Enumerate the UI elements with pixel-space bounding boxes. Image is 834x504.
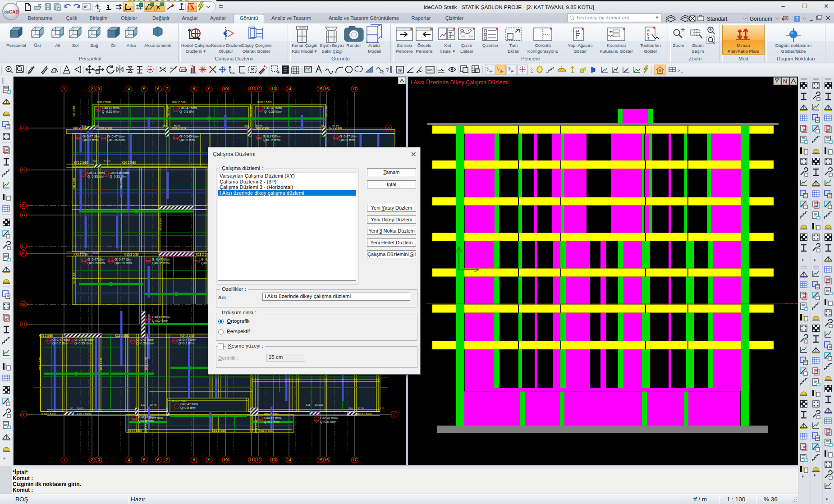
svg-text:G=0.47 tf/m²: G=0.47 tf/m²: [264, 417, 282, 420]
svg-text:K15 2 5/80: K15 2 5/80: [124, 253, 139, 256]
svg-text:3: 3: [508, 67, 510, 70]
svg-text:12: 12: [190, 65, 193, 68]
svg-text:5: 5: [143, 458, 145, 462]
svg-text:D: D: [22, 213, 25, 217]
svg-text:G=0.47 tf/m²: G=0.47 tf/m²: [87, 171, 105, 174]
svg-text:6: 6: [157, 458, 159, 462]
svg-text:D12: D12: [82, 260, 86, 262]
svg-text:D12: D12: [314, 418, 319, 421]
svg-text:Q=0.5 tf/m²: Q=0.5 tf/m²: [180, 406, 197, 410]
svg-text:D12: D12: [101, 137, 106, 139]
svg-text:11: 11: [249, 87, 253, 91]
svg-text:C: C: [22, 203, 25, 208]
svg-text:K79 2 5/80: K79 2 5/80: [77, 412, 91, 416]
svg-text:K78 2 5/80: K78 2 5/80: [41, 412, 56, 416]
svg-text:S15: S15: [306, 403, 311, 406]
svg-text:70.70: 70.70: [256, 125, 263, 128]
svg-text:D12: D12: [258, 418, 262, 421]
svg-text:N: N: [783, 78, 787, 85]
svg-text:G: G: [22, 302, 25, 307]
svg-text:G=0.47 tf/m²: G=0.47 tf/m²: [263, 135, 281, 138]
svg-text:3: 3: [97, 458, 100, 462]
svg-text:K92 2 5/91: K92 2 5/91: [145, 419, 147, 433]
svg-text:D12: D12: [334, 137, 338, 139]
svg-text:I: I: [23, 412, 24, 417]
svg-text:G=0.47 tf/m²: G=0.47 tf/m²: [52, 338, 70, 341]
svg-text:6: 6: [157, 87, 159, 91]
svg-text:S05: S05: [92, 160, 97, 163]
svg-text:G=0.47 tf/m²: G=0.47 tf/m²: [87, 258, 105, 261]
svg-text:S13: S13: [141, 403, 146, 406]
svg-text:K88 2 5/80: K88 2 5/80: [97, 101, 111, 104]
svg-text:G=0.47 tf/m²: G=0.47 tf/m²: [152, 258, 170, 261]
svg-text:4: 4: [128, 458, 130, 462]
svg-text:T: T: [647, 36, 650, 41]
svg-text:70.70: 70.70: [174, 125, 181, 128]
svg-text:Q=0.5 tf/m²: Q=0.5 tf/m²: [320, 420, 336, 424]
svg-text:F: F: [22, 251, 25, 256]
svg-text:A: A: [22, 126, 25, 130]
svg-text:G=0.47 tf/m²: G=0.47 tf/m²: [107, 135, 125, 138]
svg-text:Q=0.5 tf/m²: Q=0.5 tf/m²: [264, 420, 280, 424]
svg-text:20.70: 20.70: [357, 407, 364, 410]
svg-text:K85 2 5/80: K85 2 5/80: [212, 429, 226, 432]
svg-text:Q=0.35 tf/m²: Q=0.35 tf/m²: [107, 138, 125, 142]
svg-text:8: 8: [192, 87, 195, 91]
svg-text:75.00: 75.00: [104, 160, 111, 163]
svg-text:Q=0.35 tf/m²: Q=0.35 tf/m²: [115, 261, 133, 265]
svg-text:L: L: [497, 67, 499, 70]
svg-text:S10: S10: [80, 252, 85, 254]
svg-text:K24 2 5/80: K24 2 5/80: [180, 334, 195, 337]
svg-text:Q=0.2 tf/m²: Q=0.2 tf/m²: [179, 342, 195, 345]
svg-text:7: 7: [165, 458, 168, 462]
svg-text:70.00: 70.00: [77, 407, 84, 410]
svg-text:K92 2 5/8: K92 2 5/8: [166, 105, 169, 117]
svg-text:G=0.545 tf/m²: G=0.545 tf/m²: [179, 135, 199, 138]
svg-text:K05 2 5/8: K05 2 5/8: [99, 126, 112, 129]
svg-text:G=0.47 tf/m²: G=0.47 tf/m²: [339, 135, 357, 138]
svg-text:Q=0.35 tf/m²: Q=0.35 tf/m²: [74, 342, 92, 345]
svg-text:G=0.545 tf/m²: G=0.545 tf/m²: [74, 338, 94, 341]
svg-text:?: ?: [386, 67, 389, 73]
svg-text:K87 2 5/80: K87 2 5/80: [172, 101, 187, 104]
svg-text:K93 2 5/8: K93 2 5/8: [249, 105, 252, 117]
svg-text:D12: D12: [130, 340, 135, 343]
svg-text:K04 2 5/8: K04 2 5/8: [325, 105, 328, 117]
svg-text:17: 17: [352, 87, 357, 91]
svg-text:G=0.47 tf/m²: G=0.47 tf/m²: [152, 316, 170, 319]
svg-text:G=0.47 tf/m²: G=0.47 tf/m²: [180, 403, 198, 406]
svg-text:S02: S02: [162, 125, 167, 128]
svg-text:20.70: 20.70: [150, 403, 157, 406]
svg-text:S17: S17: [380, 407, 385, 410]
svg-text:K91 2 5/8: K91 2 5/8: [100, 358, 102, 370]
svg-text:D12: D12: [258, 108, 263, 111]
svg-text:K91 2 5/8: K91 2 5/8: [73, 178, 75, 189]
svg-text:Q=0.35 tf/m²: Q=0.35 tf/m²: [87, 175, 105, 179]
svg-text:S01: S01: [81, 125, 86, 128]
svg-text:13: 13: [271, 87, 276, 91]
svg-text:2: 2: [91, 458, 93, 462]
svg-text:17: 17: [352, 458, 357, 462]
svg-text:Q=0.35 tf/m²: Q=0.35 tf/m²: [263, 138, 281, 142]
svg-text:D12: D12: [96, 108, 101, 111]
svg-text:K87 2 5/91: K87 2 5/91: [38, 356, 41, 370]
svg-text:I Aksı Üzerinde Dikey Çalışma: I Aksı Üzerinde Dikey Çalışma Düzlemi: [411, 79, 509, 86]
svg-text:3: 3: [97, 87, 100, 91]
svg-text:4: 4: [128, 87, 130, 91]
svg-text:K93 2 5/91: K93 2 5/91: [255, 419, 257, 433]
svg-text:16: 16: [324, 87, 329, 91]
svg-text:Q=0.5 tf/m²: Q=0.5 tf/m²: [179, 138, 196, 142]
svg-text:G=0.47 tf/m²: G=0.47 tf/m²: [264, 106, 282, 110]
svg-text:G=0.47 tf/m²: G=0.47 tf/m²: [136, 338, 154, 341]
svg-text:12: 12: [256, 458, 261, 462]
svg-text:D12: D12: [132, 417, 137, 420]
svg-text:m²: m²: [398, 68, 403, 73]
svg-text:Q=0.35 tf/m²: Q=0.35 tf/m²: [152, 261, 170, 265]
svg-text:Q=0.5 tf/m²: Q=0.5 tf/m²: [82, 138, 99, 142]
svg-text:Q=0.5 tf/m²: Q=0.5 tf/m²: [179, 110, 196, 114]
svg-text:Q=0.35 tf/m²: Q=0.35 tf/m²: [102, 110, 120, 114]
svg-text:A: A: [647, 28, 650, 32]
svg-text:G=0.47 tf/m²: G=0.47 tf/m²: [320, 417, 338, 420]
svg-text:16: 16: [324, 458, 329, 462]
svg-text:K91 2 5/8: K91 2 5/8: [73, 272, 75, 284]
